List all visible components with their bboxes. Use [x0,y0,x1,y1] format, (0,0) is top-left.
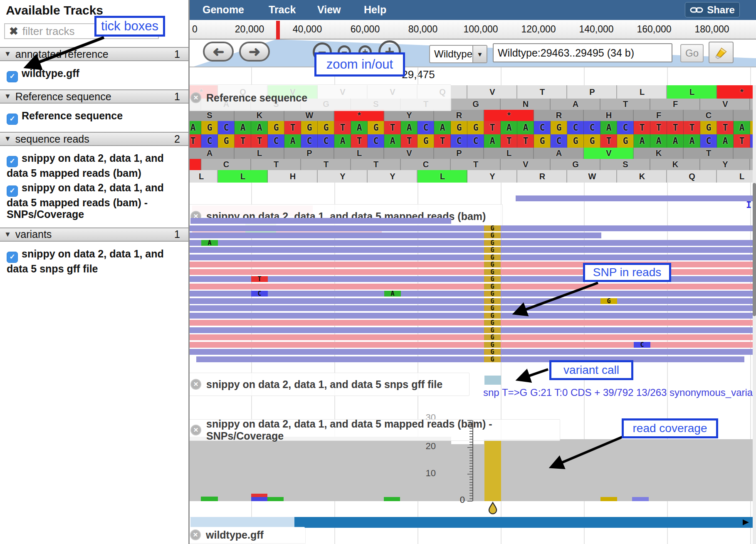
amino-acid-cell: C [684,110,734,121]
callout-variant-call: variant call [549,360,633,380]
track-checkbox[interactable]: ✓ [7,71,18,82]
amino-acid-cell: L [617,85,667,99]
nucleotide-G: G [584,134,600,148]
axis-tick [469,487,472,488]
read-bar[interactable] [190,218,451,224]
track-checkbox[interactable]: ✓ [7,156,18,167]
axis-tick [469,444,472,445]
track-list-item[interactable]: ✓snippy on data 2, data 1, and data 5 ma… [0,151,188,181]
menu-item-genome[interactable]: Genome [203,4,244,16]
track-list-item[interactable]: ✓snippy on data 2, data 1, and data 5 ma… [0,181,188,222]
share-label: Share [707,4,735,16]
menu-item-track[interactable]: Track [269,4,296,16]
reference-track-label[interactable]: ✕Reference sequence [190,84,451,111]
nucleotide-C: C [584,121,600,134]
track-list-item[interactable]: ✓Reference sequence [0,109,188,126]
track-checkbox[interactable]: ✓ [7,185,18,197]
category-header-3[interactable]: ▼variants1 [0,227,188,242]
close-track-icon[interactable]: ✕ [190,529,201,540]
nucleotide-T: T [600,134,617,148]
track-checkbox[interactable]: ✓ [7,114,18,125]
wildtype-track-label[interactable]: ✕wildtype.gff [190,527,305,543]
category-label: variants [15,228,52,240]
read-bar[interactable] [190,225,756,231]
category-header-2[interactable]: ▼sequence reads2 [0,132,188,146]
read-bar[interactable] [190,240,756,246]
pan-left-button[interactable]: ➜ [203,42,234,62]
category-header-1[interactable]: ▼Reference sequence1 [0,89,188,104]
read-bar[interactable] [190,342,756,348]
menu-item-help[interactable]: Help [364,4,386,16]
reference-sequence-select[interactable]: Wildtype ▼ [429,45,487,63]
nucleotide-A: A [650,134,667,148]
read-bar[interactable] [190,313,756,319]
snp-base-in-read: G [484,276,501,282]
amino-acid-cell: P [284,148,334,159]
track-list-item[interactable]: ✓wildtype.gff [0,66,188,84]
snp-base-in-read: G [484,247,501,253]
scrollbar-thumb[interactable] [753,183,756,316]
amino-acid-cell: G [551,159,600,170]
read-bar[interactable] [190,349,756,355]
variant-feature-box[interactable] [484,376,501,385]
nucleotide-G: G [201,121,218,134]
read-bar[interactable] [190,291,756,297]
close-track-icon[interactable]: ✕ [190,425,201,435]
clear-filter-icon[interactable]: ✖ [9,25,18,38]
nucleotide-G: G [551,121,567,134]
read-bar[interactable] [190,298,756,304]
chevron-down-icon[interactable]: ▼ [472,46,487,62]
nucleotide-T: T [351,134,368,148]
axis-tick [469,425,472,426]
category-header-0[interactable]: ▼annotated reference1 [0,47,188,61]
allele-frequency-mark [384,497,400,501]
amino-acid-cell: C [401,159,451,170]
nucleotide-C: C [534,121,551,134]
location-input[interactable] [493,43,672,62]
read-bar[interactable] [196,356,744,362]
pan-right-button[interactable]: ➜ [239,42,270,62]
amino-acid-cell: Y [318,170,368,183]
coverage-track-label[interactable]: ✕snippy on data 2, data 1, and data 5 ma… [190,419,560,441]
nucleotide-T: T [434,134,451,148]
read-bar[interactable] [190,327,756,333]
coverage-axis-label-20: 20 [411,441,436,452]
nucleotide-C: C [218,121,235,134]
close-track-icon[interactable]: ✕ [190,92,201,103]
snp-base-in-read: G [484,284,501,289]
allele-frequency-mark [251,497,267,501]
mismatch-base: A [201,240,218,246]
read-bar[interactable] [190,255,756,260]
amino-acid-cell: T [251,159,301,170]
go-button[interactable]: Go [680,44,704,62]
mismatch-base: A [384,291,401,297]
variant-track-label[interactable]: ✕snippy on data 2, data 1, and data 5 sn… [190,373,469,396]
track-list-item[interactable]: ✓snippy on data 2, data 1, and data 5 sn… [0,247,188,276]
genome-ruler[interactable]: 0 20,00040,00060,00080,000100,000120,000… [190,20,756,40]
highlighter-icon [713,45,729,60]
axis-tick [469,485,472,485]
axis-tick [469,493,472,494]
read-bar[interactable] [190,320,756,326]
amino-acid-cell: N [501,99,551,110]
nucleotide-G: G [567,134,584,148]
read-bar[interactable] [190,305,756,311]
nucleotide-T: T [684,121,700,134]
read-bar[interactable] [190,247,756,253]
read-bar[interactable] [190,232,601,238]
reads-track-label[interactable]: ✕snippy on data 2, data 1, and data 5 ma… [190,204,503,228]
gene-feature-bar[interactable] [294,517,754,528]
share-button[interactable]: Share [685,2,740,17]
read-bar[interactable] [190,334,756,340]
read-bar[interactable] [190,284,756,289]
track-checkbox[interactable]: ✓ [7,252,18,263]
amino-acid-cell: F [634,110,684,121]
amino-acid-cell: V [700,99,750,110]
axis-tick [467,420,472,421]
close-track-icon[interactable]: ✕ [190,379,201,390]
nucleotide-A: A [717,134,734,148]
amino-acid-cell: * [484,110,534,121]
menu-item-view[interactable]: View [317,4,341,16]
highlight-tool-button[interactable] [709,42,734,63]
variant-call-text: snp T=>G G:21 T:0 CDS + 39/792 13/263 sy… [483,387,753,398]
